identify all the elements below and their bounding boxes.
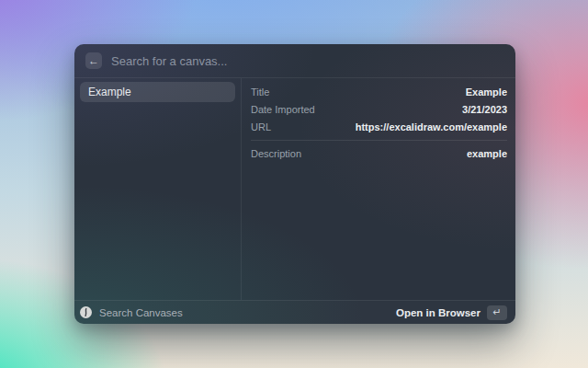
detail-value: example <box>467 148 507 159</box>
desktop-background: ← Example Title Example Date Imported 3/… <box>0 0 588 368</box>
list-item-example[interactable]: Example <box>80 82 235 102</box>
launcher-window: ← Example Title Example Date Imported 3/… <box>74 44 515 324</box>
command-name-label: Search Canvases <box>99 307 183 318</box>
detail-row-description: Description example <box>251 144 507 162</box>
results-list: Example <box>74 78 242 300</box>
back-arrow-icon: ← <box>88 55 99 66</box>
detail-label: Description <box>251 148 301 159</box>
primary-action-label: Open in Browser <box>396 307 481 318</box>
detail-label: Date Imported <box>251 104 315 115</box>
action-bar: Search Canvases Open in Browser ↵ <box>74 300 515 324</box>
detail-label: Title <box>251 86 269 98</box>
detail-value: 3/21/2023 <box>462 104 507 115</box>
detail-row-url: URL https://excalidraw.com/example <box>251 118 507 135</box>
details-divider <box>251 140 507 141</box>
search-input[interactable] <box>111 54 504 68</box>
detail-value: https://excalidraw.com/example <box>356 121 507 132</box>
details-panel: Title Example Date Imported 3/21/2023 UR… <box>242 78 515 300</box>
detail-row-title: Title Example <box>251 83 507 100</box>
main-content: Example Title Example Date Imported 3/21… <box>74 78 515 300</box>
detail-row-date-imported: Date Imported 3/21/2023 <box>251 100 507 118</box>
enter-key-icon: ↵ <box>487 305 507 320</box>
back-button[interactable]: ← <box>85 52 102 69</box>
primary-action-button[interactable]: Open in Browser ↵ <box>396 305 507 320</box>
search-bar: ← <box>74 44 515 78</box>
detail-label: URL <box>251 121 271 132</box>
detail-value: Example <box>466 86 507 98</box>
excalidraw-logo-icon <box>80 306 92 318</box>
